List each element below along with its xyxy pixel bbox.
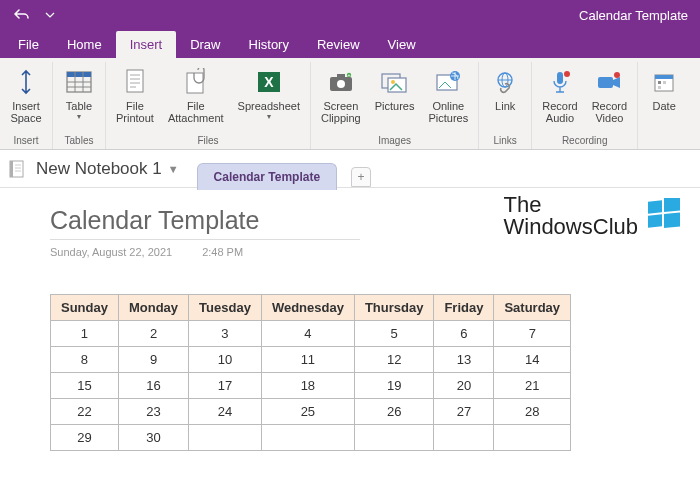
- calendar-cell[interactable]: [261, 425, 354, 451]
- date-button[interactable]: Date: [642, 62, 686, 133]
- record-video-button[interactable]: Record Video: [586, 62, 633, 133]
- record-audio-label: Record Audio: [542, 100, 577, 124]
- calendar-cell[interactable]: 11: [261, 347, 354, 373]
- svg-rect-32: [655, 75, 673, 79]
- ribbon-group-recording: Record Audio Record Video Recording: [532, 62, 638, 149]
- notebook-selector[interactable]: New Notebook 1 ▼: [36, 159, 179, 179]
- calendar-container: Sunday Monday Tuesday Wednesday Thursday…: [50, 294, 688, 451]
- insert-space-button[interactable]: Insert Space: [4, 62, 48, 133]
- calendar-cell[interactable]: 12: [354, 347, 434, 373]
- calendar-cell[interactable]: 20: [434, 373, 494, 399]
- link-button[interactable]: Link: [483, 62, 527, 133]
- file-attachment-label: File Attachment: [168, 100, 224, 124]
- calendar-cell[interactable]: 4: [261, 321, 354, 347]
- notebook-icon[interactable]: [6, 158, 28, 180]
- tab-file[interactable]: File: [4, 31, 53, 58]
- calendar-cell[interactable]: [354, 425, 434, 451]
- plus-icon: +: [358, 170, 365, 184]
- screen-clipping-button[interactable]: + Screen Clipping: [315, 62, 367, 133]
- calendar-header: Saturday: [494, 295, 571, 321]
- page-meta: Sunday, August 22, 2021 2:48 PM: [50, 246, 688, 258]
- tab-view[interactable]: View: [374, 31, 430, 58]
- calendar-cell[interactable]: 14: [494, 347, 571, 373]
- calendar-cell[interactable]: 1: [51, 321, 119, 347]
- record-video-label: Record Video: [592, 100, 627, 124]
- calendar-cell[interactable]: 9: [118, 347, 188, 373]
- link-label: Link: [495, 100, 515, 112]
- calendar-cell[interactable]: 26: [354, 399, 434, 425]
- calendar-cell[interactable]: 6: [434, 321, 494, 347]
- file-attachment-button[interactable]: File Attachment: [162, 62, 230, 133]
- record-audio-button[interactable]: Record Audio: [536, 62, 583, 133]
- tab-insert[interactable]: Insert: [116, 31, 177, 58]
- add-section-button[interactable]: +: [351, 167, 371, 187]
- svg-point-28: [564, 71, 570, 77]
- calendar-header: Friday: [434, 295, 494, 321]
- ribbon-group-links: Link Links: [479, 62, 532, 149]
- calendar-header: Monday: [118, 295, 188, 321]
- online-pictures-button[interactable]: Online Pictures: [422, 62, 474, 133]
- qat-customize-button[interactable]: [36, 1, 64, 29]
- calendar-cell[interactable]: [494, 425, 571, 451]
- section-tab[interactable]: Calendar Template: [197, 163, 337, 190]
- calendar-cell[interactable]: 23: [118, 399, 188, 425]
- calendar-cell[interactable]: 28: [494, 399, 571, 425]
- table-label: Table: [66, 100, 92, 112]
- pictures-button[interactable]: Pictures: [369, 62, 421, 133]
- date-label: Date: [653, 100, 676, 112]
- calendar-cell[interactable]: 27: [434, 399, 494, 425]
- undo-button[interactable]: [8, 1, 36, 29]
- file-printout-label: File Printout: [116, 100, 154, 124]
- notebook-bar: New Notebook 1 ▼ Calendar Template +: [0, 150, 700, 188]
- tab-draw[interactable]: Draw: [176, 31, 234, 58]
- tab-history[interactable]: History: [235, 31, 303, 58]
- calendar-cell[interactable]: 17: [189, 373, 262, 399]
- watermark-line1: The: [504, 194, 639, 216]
- calendar-cell[interactable]: 22: [51, 399, 119, 425]
- chevron-down-icon: ▾: [77, 112, 81, 121]
- watermark: The WindowsClub: [504, 194, 683, 238]
- pictures-icon: [379, 66, 411, 98]
- ribbon-group-images: + Screen Clipping Pictures Online Pictur…: [311, 62, 479, 149]
- calendar-cell[interactable]: 2: [118, 321, 188, 347]
- calendar-cell[interactable]: 30: [118, 425, 188, 451]
- svg-rect-15: [337, 74, 345, 78]
- calendar-header: Sunday: [51, 295, 119, 321]
- table-button[interactable]: Table ▾: [57, 62, 101, 133]
- calendar-table[interactable]: Sunday Monday Tuesday Wednesday Thursday…: [50, 294, 571, 451]
- calendar-cell[interactable]: [434, 425, 494, 451]
- tab-home[interactable]: Home: [53, 31, 116, 58]
- ribbon-group-label-insert: Insert: [13, 133, 38, 149]
- calendar-cell[interactable]: 16: [118, 373, 188, 399]
- table-icon: [63, 66, 95, 98]
- calendar-cell[interactable]: 19: [354, 373, 434, 399]
- calendar-cell[interactable]: 18: [261, 373, 354, 399]
- file-printout-button[interactable]: File Printout: [110, 62, 160, 133]
- title-underline: [50, 239, 360, 240]
- calendar-cell[interactable]: 25: [261, 399, 354, 425]
- spreadsheet-button[interactable]: X Spreadsheet ▾: [232, 62, 306, 133]
- calendar-cell[interactable]: [189, 425, 262, 451]
- tab-review[interactable]: Review: [303, 31, 374, 58]
- calendar-cell[interactable]: 15: [51, 373, 119, 399]
- svg-text:X: X: [264, 74, 274, 90]
- ribbon-group-insert: Insert Space Insert: [0, 62, 53, 149]
- calendar-cell[interactable]: 24: [189, 399, 262, 425]
- calendar-header: Thursday: [354, 295, 434, 321]
- svg-rect-45: [664, 212, 680, 228]
- title-bar: Calendar Template: [0, 0, 700, 30]
- calendar-cell[interactable]: 10: [189, 347, 262, 373]
- calendar-icon: [648, 66, 680, 98]
- calendar-cell[interactable]: 21: [494, 373, 571, 399]
- calendar-cell[interactable]: 3: [189, 321, 262, 347]
- calendar-cell[interactable]: 7: [494, 321, 571, 347]
- calendar-cell[interactable]: 13: [434, 347, 494, 373]
- calendar-cell[interactable]: 5: [354, 321, 434, 347]
- video-icon: [593, 66, 625, 98]
- table-row: 2930: [51, 425, 571, 451]
- microphone-icon: [544, 66, 576, 98]
- calendar-cell[interactable]: 29: [51, 425, 119, 451]
- calendar-header: Wednesday: [261, 295, 354, 321]
- link-icon: [489, 66, 521, 98]
- calendar-cell[interactable]: 8: [51, 347, 119, 373]
